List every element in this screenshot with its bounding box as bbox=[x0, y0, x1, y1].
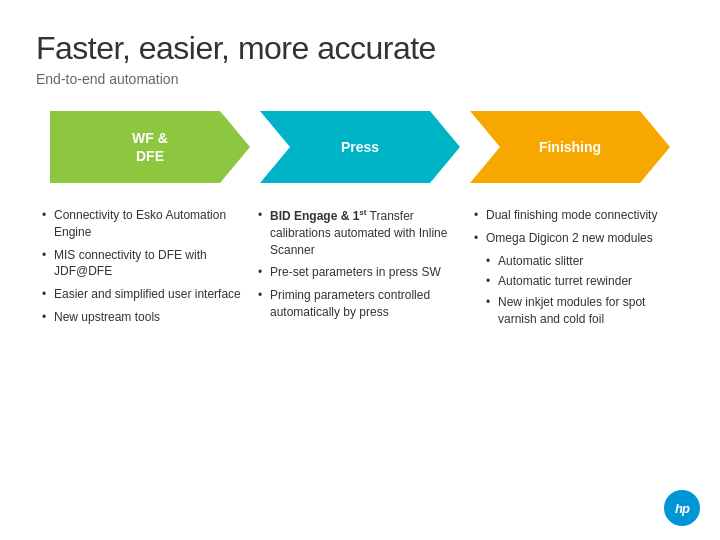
col-wf-dfe: Connectivity to Esko Automation Engine M… bbox=[36, 207, 252, 332]
list-item: Priming parameters controlled automatica… bbox=[256, 287, 460, 321]
list-item-sub: Automatic turret rewinder bbox=[472, 273, 676, 290]
wf-dfe-list: Connectivity to Esko Automation Engine M… bbox=[40, 207, 244, 326]
list-item: Connectivity to Esko Automation Engine bbox=[40, 207, 244, 241]
press-list: BID Engage & 1st Transfer calibrations a… bbox=[256, 207, 460, 321]
col-finishing: Dual finishing mode connectivity Omega D… bbox=[468, 207, 684, 332]
col-press: BID Engage & 1st Transfer calibrations a… bbox=[252, 207, 468, 332]
arrows-row: WF &DFE Press Finishing bbox=[36, 111, 684, 183]
main-title: Faster, easier, more accurate bbox=[36, 30, 684, 67]
svg-marker-2 bbox=[470, 111, 670, 183]
arrow-finishing: Finishing bbox=[456, 111, 684, 183]
hp-logo: hp bbox=[664, 490, 700, 526]
page-container: Faster, easier, more accurate End-to-end… bbox=[0, 0, 720, 540]
svg-marker-0 bbox=[50, 111, 250, 183]
list-item-sub: New inkjet modules for spot varnish and … bbox=[472, 294, 676, 328]
svg-marker-1 bbox=[260, 111, 460, 183]
arrow-wf-dfe: WF &DFE bbox=[36, 111, 264, 183]
list-item-sub: Automatic slitter bbox=[472, 253, 676, 270]
finishing-list: Dual finishing mode connectivity Omega D… bbox=[472, 207, 676, 328]
sub-title: End-to-end automation bbox=[36, 71, 684, 87]
bullet-columns: Connectivity to Esko Automation Engine M… bbox=[36, 207, 684, 332]
list-item: Easier and simplified user interface bbox=[40, 286, 244, 303]
hp-circle: hp bbox=[664, 490, 700, 526]
list-item: New upstream tools bbox=[40, 309, 244, 326]
arrow-press: Press bbox=[246, 111, 474, 183]
list-item: BID Engage & 1st Transfer calibrations a… bbox=[256, 207, 460, 258]
list-item: MIS connectivity to DFE with JDF@DFE bbox=[40, 247, 244, 281]
list-item: Pre-set parameters in press SW bbox=[256, 264, 460, 281]
list-item: Dual finishing mode connectivity bbox=[472, 207, 676, 224]
hp-text: hp bbox=[675, 501, 689, 516]
list-item: Omega Digicon 2 new modules bbox=[472, 230, 676, 247]
